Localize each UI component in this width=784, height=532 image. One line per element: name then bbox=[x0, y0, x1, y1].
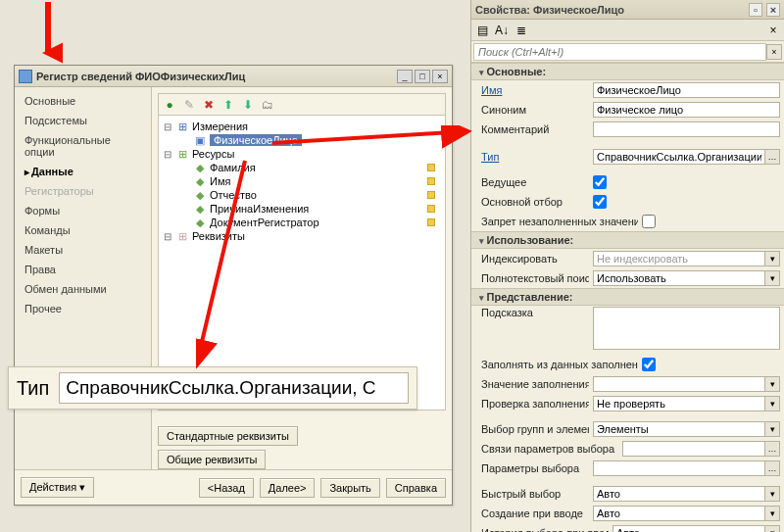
next-button[interactable]: Далее> bbox=[260, 478, 316, 498]
prop-fillvalue-label: Значение заполнения bbox=[481, 378, 589, 390]
prop-quick-select[interactable] bbox=[593, 486, 764, 502]
properties-title: Свойства: ФизическоеЛицо bbox=[475, 4, 624, 16]
list-icon[interactable]: ≣ bbox=[514, 24, 528, 37]
tree-dimensions[interactable]: Измерения bbox=[192, 121, 248, 132]
prop-hint-textarea[interactable] bbox=[593, 307, 780, 350]
edit-icon[interactable]: ✎ bbox=[182, 98, 196, 112]
picker-button[interactable]: … bbox=[764, 460, 780, 476]
tree-resources[interactable]: Ресурсы bbox=[192, 148, 234, 160]
up-icon[interactable]: ⬆ bbox=[221, 98, 235, 112]
sidebar-item-subsystems[interactable]: Подсистемы bbox=[15, 111, 151, 130]
back-button[interactable]: <Назад bbox=[199, 478, 254, 498]
sidebar-item-exchange[interactable]: Обмен данными bbox=[15, 279, 151, 299]
clear-search-icon[interactable]: × bbox=[766, 24, 780, 37]
prop-synonym-label: Синоним bbox=[481, 104, 589, 116]
prop-fillfromdata-checkbox[interactable] bbox=[642, 358, 656, 371]
sidebar-item-forms[interactable]: Формы bbox=[15, 201, 151, 220]
sidebar-item-main[interactable]: Основные bbox=[15, 91, 151, 111]
register-icon bbox=[19, 70, 32, 83]
window-titlebar[interactable]: Регистр сведений ФИОФизическихЛиц _ □ × bbox=[15, 66, 452, 87]
dropdown-icon[interactable]: ▾ bbox=[764, 251, 780, 266]
prop-fillvalue-input[interactable] bbox=[593, 376, 764, 392]
prop-leading-checkbox[interactable] bbox=[593, 175, 607, 189]
sidebar-item-commands[interactable]: Команды bbox=[15, 220, 151, 240]
add-icon[interactable]: ● bbox=[163, 98, 176, 112]
close-properties-button[interactable]: × bbox=[766, 3, 780, 17]
tree-item-name[interactable]: Имя bbox=[210, 175, 230, 187]
dropdown-icon[interactable]: ▾ bbox=[764, 525, 780, 532]
prop-params-input[interactable] bbox=[593, 460, 764, 476]
prop-paramlinks-input[interactable] bbox=[622, 441, 764, 457]
prop-groups-select[interactable] bbox=[593, 421, 764, 437]
prop-synonym-input[interactable] bbox=[593, 102, 780, 118]
type-picker-button[interactable]: … bbox=[764, 149, 780, 165]
sidebar-item-data[interactable]: Данные bbox=[15, 162, 151, 181]
section-use[interactable]: Использование: bbox=[471, 231, 784, 249]
tree-item-physperson[interactable]: ФизическоеЛицо bbox=[210, 134, 302, 146]
prop-comment-input[interactable] bbox=[593, 121, 780, 137]
tree-item-patronymic[interactable]: Отчество bbox=[210, 189, 257, 201]
dropdown-icon[interactable]: ▾ bbox=[764, 486, 780, 502]
help-button[interactable]: Справка bbox=[386, 478, 446, 498]
tree-item-surname[interactable]: Фамилия bbox=[210, 162, 256, 173]
prop-name-label[interactable]: Имя bbox=[481, 84, 589, 96]
maximize-button[interactable]: □ bbox=[415, 70, 430, 83]
properties-panel: Свойства: ФизическоеЛицо ▫ × ▤ A↓ ≣ × × … bbox=[470, 0, 784, 532]
close-button[interactable]: Закрыть bbox=[320, 478, 379, 498]
pin-icon[interactable]: ▫ bbox=[749, 3, 762, 17]
tree-attributes[interactable]: Реквизиты bbox=[192, 230, 245, 242]
dropdown-icon[interactable]: ▾ bbox=[764, 421, 780, 437]
alpha-icon[interactable]: A↓ bbox=[495, 24, 509, 37]
prop-denyempty-checkbox[interactable] bbox=[642, 215, 656, 228]
dropdown-icon[interactable]: ▾ bbox=[764, 270, 780, 286]
prop-fillcheck-select[interactable] bbox=[593, 396, 764, 411]
prop-mainfilter-checkbox[interactable] bbox=[593, 195, 607, 209]
window-title: Регистр сведений ФИОФизическихЛиц bbox=[36, 71, 393, 82]
properties-search-input[interactable] bbox=[473, 43, 766, 61]
toggle-icon[interactable]: ⊟ bbox=[163, 149, 172, 160]
down-icon[interactable]: ⬇ bbox=[241, 98, 255, 112]
close-window-button[interactable]: × bbox=[432, 70, 448, 83]
sidebar-item-layouts[interactable]: Макеты bbox=[15, 240, 151, 260]
clear-search-button[interactable]: × bbox=[766, 44, 782, 60]
delete-icon[interactable]: ✖ bbox=[202, 98, 216, 112]
sidebar-item-funcopts[interactable]: Функциональные опции bbox=[15, 130, 151, 162]
dropdown-icon[interactable]: ▾ bbox=[764, 396, 780, 411]
prop-name-input[interactable] bbox=[593, 82, 780, 98]
prop-type-label[interactable]: Тип bbox=[481, 151, 589, 163]
prop-fulltext-select[interactable] bbox=[593, 270, 764, 286]
toggle-icon[interactable]: ⊟ bbox=[163, 121, 172, 132]
content-area: ● ✎ ✖ ⬆ ⬇ 🗂 ⊟⊞Измерения ▣ФизическоеЛицо bbox=[158, 93, 446, 411]
sort-icon[interactable]: 🗂 bbox=[261, 98, 274, 112]
actions-button[interactable]: Действия ▾ bbox=[21, 477, 94, 498]
toggle-icon[interactable]: ⊟ bbox=[163, 231, 172, 242]
sidebar-item-other[interactable]: Прочее bbox=[15, 299, 151, 318]
picker-button[interactable]: … bbox=[764, 441, 780, 457]
sidebar-item-rights[interactable]: Права bbox=[15, 260, 151, 279]
prop-type-input[interactable] bbox=[593, 149, 764, 165]
section-presentation[interactable]: Представление: bbox=[471, 288, 784, 306]
prop-index-label: Индексировать bbox=[481, 253, 589, 265]
dropdown-icon[interactable]: ▾ bbox=[764, 506, 780, 521]
tree-item-docreg[interactable]: ДокументРегистратор bbox=[210, 217, 319, 228]
standard-requisites-button[interactable]: Стандартные реквизиты bbox=[158, 426, 298, 446]
prop-createoninput-select[interactable] bbox=[593, 506, 764, 521]
resource-icon: ◆ bbox=[194, 175, 206, 187]
prop-index-select[interactable] bbox=[593, 251, 764, 266]
register-window: Регистр сведений ФИОФизическихЛиц _ □ × … bbox=[14, 65, 453, 506]
properties-search-row: × bbox=[471, 41, 784, 63]
minimize-button[interactable]: _ bbox=[397, 70, 413, 83]
prop-history-select[interactable] bbox=[612, 525, 764, 532]
dropdown-icon[interactable]: ▾ bbox=[764, 376, 780, 392]
properties-titlebar[interactable]: Свойства: ФизическоеЛицо ▫ × bbox=[471, 0, 784, 20]
cat-icon[interactable]: ▤ bbox=[475, 24, 489, 37]
tree-toolbar: ● ✎ ✖ ⬆ ⬇ 🗂 bbox=[159, 94, 445, 116]
tree-item-reason[interactable]: ПричинаИзменения bbox=[210, 203, 309, 215]
common-requisites-button[interactable]: Общие реквизиты bbox=[158, 450, 266, 469]
metadata-tree[interactable]: ⊟⊞Измерения ▣ФизическоеЛицо ⊟⊞Ресурсы ◆Ф… bbox=[159, 116, 445, 410]
dimension-icon: ▣ bbox=[194, 134, 206, 146]
section-main[interactable]: Основные: bbox=[471, 63, 784, 80]
prop-comment-label: Комментарий bbox=[481, 123, 589, 135]
prop-paramlinks-label: Связи параметров выбора bbox=[481, 443, 618, 455]
type-callout-label: Тип bbox=[17, 377, 49, 400]
